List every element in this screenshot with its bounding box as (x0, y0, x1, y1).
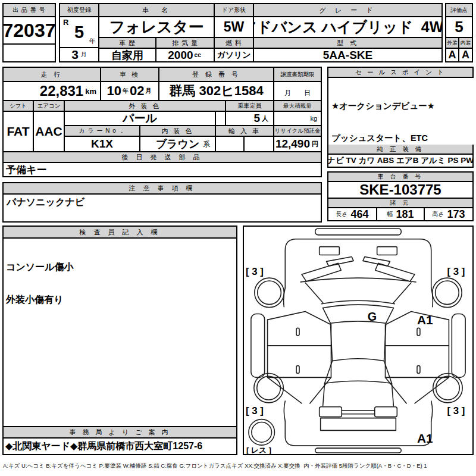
capacity-label: 乗車定員 (226, 101, 273, 111)
front-left-wheel (255, 278, 284, 307)
office-value: ◆北関東ヤード◆群馬県前橋市西大室町1257-6 (4, 439, 236, 454)
transfer-deadline-label: 譲渡書類期限 (274, 68, 321, 81)
capacity-value: 5 (253, 112, 260, 125)
interior-grade-label: 内装 (459, 38, 472, 48)
inspector-line-2: 外装小傷有り (6, 294, 74, 305)
score-value: 5 (446, 17, 472, 37)
exterior-color-value: パール (65, 112, 215, 125)
rear-bumper-shape (285, 421, 431, 446)
first-reg-label: 初度登録 (60, 4, 98, 16)
inspector-label: 検 査 員 記 入 欄 (4, 227, 236, 237)
spare-tire-mark: [ レス ] (246, 446, 271, 454)
rear-right-tire-mark: [ 3 ] (447, 405, 465, 416)
notes-box: 注 意 事 項 欄 パナソニックナビ (2, 182, 322, 223)
spec-height-label: 高さ (432, 210, 444, 218)
capacity-unit: 人 (262, 114, 268, 123)
registration-label: 登 録 番 号 (159, 68, 273, 81)
exterior-color-extra-cell (216, 112, 225, 125)
recycle-deposit-unit: 円 (312, 140, 318, 149)
first-reg-month-cell: 3 月 (60, 48, 98, 61)
lot-number-label: 出 品 番 号 (4, 4, 55, 16)
exterior-grade-value: A (446, 49, 458, 61)
inspector-content: コンソール傷小 外装小傷有り (4, 239, 236, 426)
sales-points-list: ★オークションデビュー★ プッシュスタート、ETC F・S・Rカメラ、アイサイト… (328, 78, 475, 145)
displacement-value: 2000 (168, 49, 193, 61)
details-box: 走 行 車 検 登 録 番 号 譲渡書類期限 22,831 km 10 年 02… (2, 67, 322, 177)
registration-value: 群馬 302ヒ1584 (159, 82, 273, 100)
car-diagram: [ 3 ] [ 3 ] G A1 [ 3 ] [ 3 ] A1 [ レス ] (244, 227, 472, 454)
aircon-value: AAC (34, 112, 64, 151)
shift-value: FAT (4, 112, 33, 151)
interior-color-value: ブラウン (156, 137, 200, 151)
shift-label: シフト (4, 101, 33, 111)
exterior-color-label: 外 装 色 (65, 101, 225, 111)
lot-number-value: 72037 (4, 17, 55, 43)
rear-lip-shape (315, 448, 401, 453)
score-label: 評価点 (446, 4, 472, 16)
front-door-mark: A1 (417, 313, 433, 327)
interior-grade-value: A (459, 49, 472, 61)
import-car-label: 輸 入 車 (216, 126, 273, 136)
displacement-unit: cc (195, 52, 201, 58)
mileage-label: 走 行 (4, 68, 100, 81)
model-code-label: 型 式 (254, 38, 441, 48)
mileage-value-cell: 22,831 km (4, 82, 100, 100)
max-load-unit: kg (310, 115, 317, 122)
chassis-box: 車 台 番 号 SKE-103775 諸 元 長さ 464 幅 181 高さ 1… (327, 171, 474, 221)
max-load-value-cell: kg (274, 112, 321, 125)
import-car-cell-2 (245, 137, 273, 151)
interior-color-suffix: 系 (203, 139, 210, 149)
front-left-tire-mark: [ 3 ] (246, 266, 264, 277)
displacement-value-cell: 2000 cc (156, 49, 214, 61)
sales-point-2: プッシュスタート、ETC (331, 133, 475, 143)
first-reg-era: R (63, 18, 68, 27)
office-label: 事 務 局 よ り ご 案 内 (4, 427, 236, 437)
color-no-label: カ ラ ー N o ． (65, 126, 139, 136)
transfer-deadline-value: 月 日 (274, 82, 321, 100)
spec-length-label: 長さ (336, 210, 347, 218)
car-name-label: 車 名 (99, 4, 214, 16)
history-label: 車 歴 (99, 38, 155, 48)
fuel-value: ガソリン (215, 49, 253, 61)
equipment-label: 純 正 装 備 (328, 145, 472, 154)
sales-point-1: ★オークションデビュー★ (331, 101, 475, 111)
inspection-value-cell: 10 年 02 月 (101, 82, 158, 100)
spec-width-value: 181 (396, 208, 414, 220)
inspection-month-unit: 月 (145, 87, 151, 95)
vehicle-header-box: 初度登録 R 5 年 3 月 車 名 フォレスター 車 歴 自家用 排 気 量 … (59, 3, 443, 62)
right-rocker-shape (452, 314, 465, 377)
first-reg-year: 5 (74, 23, 84, 42)
notes-content: パナソニックナビ (4, 195, 321, 221)
spec-width-label: 幅 (387, 210, 393, 218)
damage-diagram-box: [ 3 ] [ 3 ] G A1 [ 3 ] [ 3 ] A1 [ レス ] (243, 226, 474, 455)
spec-length-value: 464 (351, 208, 369, 220)
max-load-label: 最大積載量 (274, 101, 321, 111)
inspection-year-unit: 年 (123, 87, 129, 95)
color-no-value: K1X (65, 137, 139, 151)
spec-width-cell: 幅 181 (377, 208, 424, 220)
front-right-wheel (433, 278, 462, 307)
notes-label: 注 意 事 項 欄 (4, 183, 321, 193)
grade-label: グ レ ー ド (254, 4, 441, 16)
front-right-tire-mark: [ 3 ] (447, 266, 465, 277)
tailgate-shape (321, 418, 396, 431)
auction-sheet: 出 品 番 号 72037 初度登録 R 5 年 3 月 車 名 フォレスター … (0, 0, 476, 476)
inspection-year: 10 (107, 83, 121, 99)
damage-code-legend: A:キズ U:ヘコミ B:キズを伴うヘコミ P:要塗装 W:補修跡 S:錆 C:… (3, 462, 474, 470)
inspector-box: 検 査 員 記 入 欄 コンソール傷小 外装小傷有り 事 務 局 よ り ご 案… (2, 226, 237, 455)
car-name-value: フォレスター (99, 17, 214, 37)
first-reg-year-unit: 年 (89, 37, 96, 46)
inspector-line-1: コンソール傷小 (6, 261, 74, 273)
model-code-value: 5AA-SKE (254, 49, 441, 61)
first-reg-year-cell: R 5 年 (60, 17, 98, 47)
door-shape-value: 5W (215, 17, 253, 37)
equipment-value: ナビ TV カワ ABS エアB アルミ PS PW (328, 155, 472, 167)
mileage-unit: km (85, 87, 96, 96)
recycle-deposit-value: 12,490 (275, 137, 310, 151)
history-value: 自家用 (99, 49, 155, 61)
later-parts-value: 予備キー (4, 163, 321, 176)
sales-points-label: セ ー ル ス ポ イ ン ト (328, 68, 472, 77)
capacity-value-cell: 5 人 (226, 112, 273, 125)
lot-number-box: 出 品 番 号 72037 (2, 3, 56, 62)
lot-number-empty (4, 45, 55, 61)
